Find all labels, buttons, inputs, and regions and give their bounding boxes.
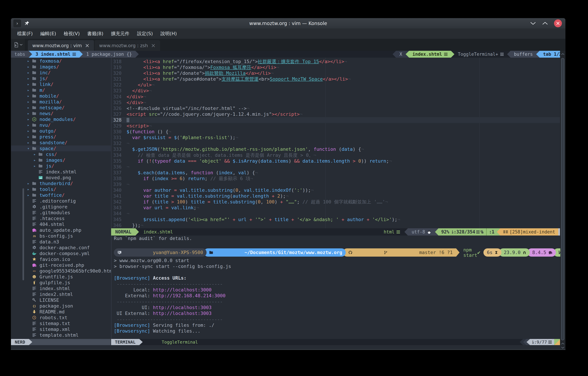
tree-item-m[interactable]: ▸m/ xyxy=(11,87,111,93)
tree-item-robots.txt[interactable]: robots.txt xyxy=(11,314,111,320)
minimize-button[interactable] xyxy=(530,21,536,25)
url-link[interactable]: http://localhost:3003 xyxy=(153,305,212,310)
chevron-right-icon[interactable]: ▸ xyxy=(25,82,32,86)
tree-item-favicon.ico[interactable]: favicon.ico xyxy=(11,256,111,262)
tree-item-images[interactable]: ▸images/ xyxy=(11,64,111,70)
chevron-right-icon[interactable]: ▸ xyxy=(25,65,32,69)
tab-close-icon[interactable]: × xyxy=(85,43,89,48)
chevron-right-icon[interactable]: ▸ xyxy=(31,152,38,157)
chevron-right-icon[interactable]: ▸ xyxy=(25,129,32,133)
new-tab-button[interactable] xyxy=(11,39,25,51)
buffer-tab-index[interactable]: 3 index.shtml xyxy=(32,51,79,58)
tree-item-.gitmodules[interactable]: .gitmodules xyxy=(11,210,111,215)
url-link[interactable]: http://localhost:3000 xyxy=(153,287,212,292)
tree-item-auto_update.php[interactable]: auto_update.php xyxy=(11,227,111,233)
chevron-right-icon[interactable]: ▸ xyxy=(25,123,32,127)
tree-item-google955345b65bfc90e0.htm[interactable]: <>google955345b65bfc90e0.htm xyxy=(11,268,111,274)
tree-item-nvu[interactable]: ▸nvu/ xyxy=(11,122,111,128)
chevron-right-icon[interactable]: ▸ xyxy=(25,111,32,116)
menu-item[interactable]: 檔案(F) xyxy=(13,31,37,37)
tab-close-icon[interactable]: × xyxy=(151,43,156,48)
chevron-right-icon[interactable]: ▸ xyxy=(25,117,32,121)
tree-item-tools[interactable]: ▸tools/ xyxy=(11,186,111,192)
tree-item-LICENSE[interactable]: LICENSE xyxy=(11,297,111,303)
chevron-right-icon[interactable]: ▸ xyxy=(25,76,32,81)
tree-item-docker-apache.conf[interactable]: docker-apache.conf xyxy=(11,245,111,251)
tab-vim[interactable]: www.moztw.org : vim × xyxy=(28,40,94,51)
chevron-right-icon[interactable]: ▸ xyxy=(25,135,32,139)
tree-item-link[interactable]: ▸link/ xyxy=(11,81,111,87)
chevron-right-icon[interactable]: ▸ xyxy=(25,140,32,145)
tree-item-data.n3[interactable]: data.n3 xyxy=(11,239,111,245)
close-button[interactable] xyxy=(554,19,562,27)
menu-item[interactable]: 說明(H) xyxy=(157,31,181,37)
chevron-right-icon[interactable]: ▸ xyxy=(25,94,32,98)
tree-item-404.shtml[interactable]: 404.shtml xyxy=(11,221,111,227)
tree-item-netscape[interactable]: ▸netscape/ xyxy=(11,105,111,110)
tree-item-Gruntfile.js[interactable]: Gruntfile.js xyxy=(11,274,111,280)
tree-item-mobile[interactable]: ▸mobile/ xyxy=(11,93,111,99)
chevron-down-icon[interactable]: ▾ xyxy=(25,146,32,151)
active-buffer-label[interactable]: index.shtml xyxy=(409,51,451,58)
tab-zsh[interactable]: www.moztw.org : zsh × xyxy=(95,40,160,51)
tree-item-sitemap.txt[interactable]: sitemap.txt xyxy=(11,320,111,326)
chevron-right-icon[interactable]: ▸ xyxy=(25,59,32,63)
tree-item-node_modules[interactable]: ▸JSnode_modules/ xyxy=(11,116,111,122)
tree-item-.editorconfig[interactable]: .editorconfig xyxy=(11,198,111,204)
tree-item-outgo[interactable]: ▸outgo/ xyxy=(11,128,111,134)
url-link[interactable]: http://localhost:3003 xyxy=(153,311,212,316)
chevron-right-icon[interactable]: ▸ xyxy=(25,181,32,186)
nerdtree-scrollbar[interactable] xyxy=(22,188,24,280)
tree-item-images[interactable]: ▸images/ xyxy=(11,157,111,163)
scroll-down-icon[interactable] xyxy=(560,345,565,350)
tree-item-twoffice[interactable]: ▸twoffice/ xyxy=(11,192,111,198)
close-buffer-button[interactable]: X xyxy=(396,51,406,58)
scroll-up-icon[interactable] xyxy=(560,52,565,56)
tree-item-news[interactable]: ▸news/ xyxy=(11,110,111,116)
tree-item-template.shtml[interactable]: template.shtml xyxy=(11,332,111,338)
tree-item-bs-config.js[interactable]: JSbs-config.js xyxy=(11,233,111,239)
chevron-right-icon[interactable]: ▸ xyxy=(25,187,32,191)
scroll-up-icon[interactable] xyxy=(560,341,565,346)
tree-item-git-received.php[interactable]: git-received.php xyxy=(11,262,111,268)
tree-item-docker-compose.yml[interactable]: docker-compose.yml xyxy=(11,251,111,256)
tree-item-space[interactable]: ▾space/ xyxy=(11,146,111,151)
menu-item[interactable]: 擴充元件 xyxy=(107,31,133,37)
tree-item-css[interactable]: ▸css/ xyxy=(11,151,111,157)
tree-item-js[interactable]: ▸js/ xyxy=(11,75,111,81)
tree-item-index.shtml[interactable]: index.shtml xyxy=(11,169,111,175)
menu-item[interactable]: 檢視(V) xyxy=(60,31,84,37)
tree-item-.gitignore[interactable]: .gitignore xyxy=(11,204,111,210)
tree-item-index.shtml[interactable]: index.shtml xyxy=(11,285,111,291)
tree-item-moved.png[interactable]: moved.png xyxy=(11,175,111,180)
tree-item-js[interactable]: ▸js/ xyxy=(11,163,111,169)
chevron-right-icon[interactable]: ▸ xyxy=(25,88,32,92)
scrollbar-thumb[interactable] xyxy=(561,58,564,340)
tree-item-sandstone[interactable]: ▸sandstone/ xyxy=(11,140,111,146)
toggle-terminal-buffer[interactable]: ToggleTerminal+ xyxy=(454,51,507,58)
tree-item-inc[interactable]: ▸inc/ xyxy=(11,70,111,75)
menu-item[interactable]: 書籤(B) xyxy=(84,31,107,37)
tree-item-foxmosa[interactable]: ▸foxmosa/ xyxy=(11,58,111,64)
scrollbar[interactable] xyxy=(560,51,565,349)
buffer-tab-package[interactable]: 1 package.json {} xyxy=(83,51,135,58)
tree-item-mozilla[interactable]: ▸mozilla/ xyxy=(11,99,111,105)
menu-item[interactable]: 編輯(E) xyxy=(37,31,60,37)
chevron-right-icon[interactable]: ▸ xyxy=(31,164,38,168)
menu-item[interactable]: 設定(S) xyxy=(133,31,157,37)
chevron-right-icon[interactable]: ▸ xyxy=(31,158,38,162)
tree-item-gulpfile.js[interactable]: gulpfile.js xyxy=(11,280,111,285)
tree-item-press[interactable]: ▸press/ xyxy=(11,134,111,140)
tree-item-index2.shtml[interactable]: index2.shtml xyxy=(11,291,111,297)
maximize-button[interactable] xyxy=(542,21,548,25)
chevron-right-icon[interactable]: ▸ xyxy=(25,105,32,110)
tree-item-thunderbird[interactable]: ▸thunderbird/ xyxy=(11,180,111,186)
chevron-right-icon[interactable]: ▸ xyxy=(25,193,32,197)
tree-item-sitemap.xml[interactable]: sitemap.xml xyxy=(11,326,111,332)
chevron-right-icon[interactable]: ▸ xyxy=(25,100,32,104)
tree-item-README.md[interactable]: README.md xyxy=(11,309,111,314)
tree-item-package.json[interactable]: {}package.json xyxy=(11,303,111,309)
url-link[interactable]: http://192.168.48.214:3000 xyxy=(153,293,226,298)
tree-item-.htaccess[interactable]: .htaccess xyxy=(11,215,111,221)
code-editor[interactable]: 318 <li><a href="/firefox/extension_top_… xyxy=(111,58,560,228)
